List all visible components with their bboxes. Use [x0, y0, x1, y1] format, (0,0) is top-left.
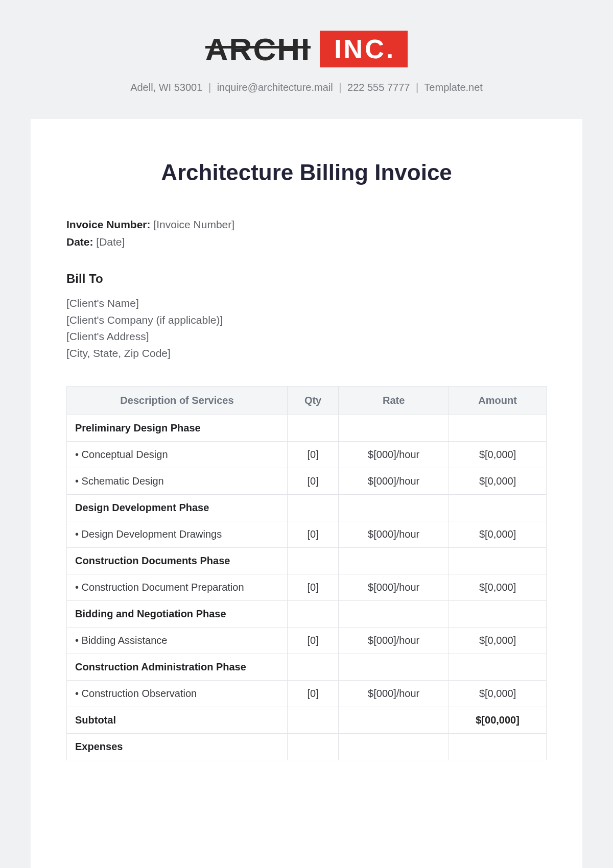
cell-description: Bidding and Negotiation Phase	[67, 601, 288, 628]
logo-word: ARCHI	[205, 31, 311, 67]
separator: |	[339, 82, 341, 93]
invoice-number-line: Invoice Number: [Invoice Number]	[66, 216, 547, 233]
cell-amount: $[0,000]	[449, 442, 547, 468]
cell-rate: $[000]/hour	[339, 442, 449, 468]
cell-rate	[339, 548, 449, 574]
cell-rate	[339, 601, 449, 628]
contact-phone: 222 555 7777	[347, 82, 410, 93]
cell-amount: $[0,000]	[449, 468, 547, 495]
cell-qty	[287, 707, 338, 734]
cell-rate: $[000]/hour	[339, 574, 449, 601]
table-row: Preliminary Design Phase	[67, 415, 547, 442]
cell-rate	[339, 415, 449, 442]
contact-site: Template.net	[424, 82, 483, 93]
table-row: Expenses	[67, 734, 547, 760]
cell-description: Expenses	[67, 734, 288, 760]
table-row: • Conceptual Design[0]$[000]/hour$[0,000…	[67, 442, 547, 468]
logo: ARCHI INC.	[205, 31, 408, 67]
bill-to-address: [Client's Address]	[66, 328, 547, 345]
cell-amount: $[0,000]	[449, 628, 547, 654]
cell-qty	[287, 415, 338, 442]
bill-to-city: [City, State, Zip Code]	[66, 345, 547, 362]
cell-amount	[449, 601, 547, 628]
cell-description: Construction Administration Phase	[67, 654, 288, 681]
cell-rate: $[000]/hour	[339, 628, 449, 654]
col-qty: Qty	[287, 387, 338, 415]
cell-qty: [0]	[287, 521, 338, 548]
cell-description: Subtotal	[67, 707, 288, 734]
cell-description: Construction Documents Phase	[67, 548, 288, 574]
table-body: Preliminary Design Phase• Conceptual Des…	[67, 415, 547, 760]
cell-description: • Construction Observation	[67, 681, 288, 707]
cell-description: • Conceptual Design	[67, 442, 288, 468]
table-row: • Construction Observation[0]$[000]/hour…	[67, 681, 547, 707]
invoice-date-value: [Date]	[96, 236, 125, 248]
table-row: Construction Documents Phase	[67, 548, 547, 574]
cell-description: Design Development Phase	[67, 495, 288, 521]
cell-qty	[287, 495, 338, 521]
contact-line: Adell, WI 53001 | inquire@architecture.m…	[0, 82, 613, 93]
invoice-number-value: [Invoice Number]	[153, 219, 234, 230]
cell-rate	[339, 654, 449, 681]
cell-rate	[339, 734, 449, 760]
contact-email: inquire@architecture.mail	[217, 82, 333, 93]
invoice-date-label: Date:	[66, 236, 93, 248]
cell-qty	[287, 734, 338, 760]
table-row: Design Development Phase	[67, 495, 547, 521]
invoice-date-line: Date: [Date]	[66, 233, 547, 251]
cell-description: • Design Development Drawings	[67, 521, 288, 548]
cell-description: • Construction Document Preparation	[67, 574, 288, 601]
cell-amount: $[0,000]	[449, 574, 547, 601]
separator: |	[208, 82, 211, 93]
cell-rate: $[000]/hour	[339, 681, 449, 707]
table-row: • Bidding Assistance[0]$[000]/hour$[0,00…	[67, 628, 547, 654]
cell-qty: [0]	[287, 574, 338, 601]
bill-to-name: [Client's Name]	[66, 295, 547, 312]
logo-badge: INC.	[320, 31, 408, 67]
cell-amount	[449, 415, 547, 442]
services-table: Description of Services Qty Rate Amount …	[66, 386, 547, 760]
table-row: • Design Development Drawings[0]$[000]/h…	[67, 521, 547, 548]
contact-address: Adell, WI 53001	[130, 82, 202, 93]
letterhead: ARCHI INC. Adell, WI 53001 | inquire@arc…	[0, 0, 613, 109]
col-rate: Rate	[339, 387, 449, 415]
col-description: Description of Services	[67, 387, 288, 415]
cell-amount	[449, 654, 547, 681]
table-row: Bidding and Negotiation Phase	[67, 601, 547, 628]
cell-rate	[339, 707, 449, 734]
table-row: • Schematic Design[0]$[000]/hour$[0,000]	[67, 468, 547, 495]
cell-amount: $[0,000]	[449, 681, 547, 707]
table-row: • Construction Document Preparation[0]$[…	[67, 574, 547, 601]
separator: |	[416, 82, 418, 93]
cell-qty	[287, 654, 338, 681]
cell-qty: [0]	[287, 681, 338, 707]
cell-qty: [0]	[287, 442, 338, 468]
cell-description: • Bidding Assistance	[67, 628, 288, 654]
cell-amount	[449, 495, 547, 521]
page-title: Architecture Billing Invoice	[66, 160, 547, 185]
cell-amount	[449, 548, 547, 574]
invoice-number-label: Invoice Number:	[66, 219, 151, 230]
table-header-row: Description of Services Qty Rate Amount	[67, 387, 547, 415]
table-row: Construction Administration Phase	[67, 654, 547, 681]
cell-rate	[339, 495, 449, 521]
cell-qty: [0]	[287, 468, 338, 495]
cell-rate: $[000]/hour	[339, 521, 449, 548]
cell-amount: $[0,000]	[449, 521, 547, 548]
page: ARCHI INC. Adell, WI 53001 | inquire@arc…	[0, 0, 613, 868]
cell-qty: [0]	[287, 628, 338, 654]
bill-to-block: [Client's Name] [Client's Company (if ap…	[66, 295, 547, 361]
cell-rate: $[000]/hour	[339, 468, 449, 495]
cell-qty	[287, 548, 338, 574]
bill-to-heading: Bill To	[66, 272, 547, 286]
col-amount: Amount	[449, 387, 547, 415]
cell-amount	[449, 734, 547, 760]
cell-amount: $[00,000]	[449, 707, 547, 734]
cell-description: • Schematic Design	[67, 468, 288, 495]
bill-to-company: [Client's Company (if applicable)]	[66, 312, 547, 329]
cell-qty	[287, 601, 338, 628]
document-body: Architecture Billing Invoice Invoice Num…	[31, 119, 582, 868]
table-row: Subtotal$[00,000]	[67, 707, 547, 734]
cell-description: Preliminary Design Phase	[67, 415, 288, 442]
